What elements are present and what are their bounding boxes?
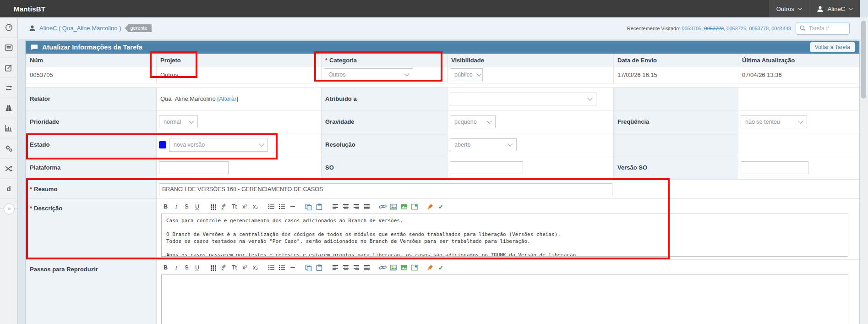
bold-icon[interactable]: B [161,203,170,211]
visibility-select[interactable]: público [450,68,483,81]
copy-icon[interactable] [304,203,313,211]
priority-select[interactable]: normal [159,115,198,128]
sidebar-collapse-button[interactable] [4,203,15,214]
gallery-icon[interactable] [410,203,419,211]
current-user-link[interactable]: AlineC ( Qua_Aline.Marcolino ) [39,25,121,32]
italic-icon[interactable]: I [172,264,180,272]
sidebar-item-docs[interactable] [0,179,17,199]
resize-handle[interactable] [500,252,511,256]
link-icon[interactable] [378,203,387,211]
issue-search[interactable] [796,22,850,35]
recent-issue-link[interactable]: 0044448 [771,26,791,31]
sidebar-item-switch-project[interactable] [0,159,17,179]
severity-select[interactable]: pequeno [450,115,496,128]
spellcheck-icon[interactable] [437,264,445,272]
column-header-last-updated: Última Atualização [738,54,860,66]
clean-format-icon[interactable] [426,203,435,211]
back-to-issue-button[interactable]: Voltar à Tarefa [810,42,855,52]
sidebar-item-roadmap[interactable] [0,98,17,118]
image-icon[interactable] [389,264,398,272]
frequency-select[interactable]: não se tentou [741,115,807,128]
platform-input[interactable] [159,161,229,174]
project-menu-label: Outros [776,5,794,12]
sidebar-item-changelog[interactable] [0,78,17,98]
gallery-icon[interactable] [410,264,419,272]
project-menu-button[interactable]: Outros [769,0,809,17]
recent-issue-link[interactable]: 0053705 [682,26,701,31]
recent-issue-link[interactable]: 0053778 [749,26,769,31]
unordered-list-icon[interactable] [267,203,276,211]
sidebar-item-dashboard[interactable] [0,17,17,38]
align-center-icon[interactable] [341,264,350,272]
status-select[interactable]: nova versão [169,138,268,152]
table-grid-icon[interactable] [209,264,218,272]
app-logo[interactable]: MantisBT [0,5,45,13]
align-justify-icon[interactable] [362,203,371,211]
font-size-icon[interactable]: Tt [230,203,239,211]
align-left-icon[interactable] [331,203,339,211]
dashboard-icon [5,23,13,32]
sidebar-item-summary[interactable] [0,118,17,138]
recently-visited-label: Recentemente Visitado: [627,26,681,31]
subscript-icon[interactable]: x₂ [251,203,260,211]
column-header-project: Projeto [157,54,322,66]
highlight-icon[interactable] [219,264,228,272]
hr-icon[interactable] [288,203,297,211]
align-left-icon[interactable] [331,264,339,272]
frequency-label: Freqüência [614,110,738,133]
paste-icon[interactable] [315,203,323,211]
hr-icon[interactable] [288,264,297,272]
steps-textarea[interactable] [161,275,848,324]
italic-icon[interactable]: I [172,203,180,211]
vertical-scrollbar[interactable] [860,17,868,324]
category-select[interactable]: Outros [324,68,413,81]
align-right-icon[interactable] [352,203,360,211]
search-icon [800,25,805,31]
underline-icon[interactable]: U [193,264,202,272]
user-icon [29,25,36,32]
superscript-icon[interactable]: x² [240,203,249,211]
unordered-list-icon[interactable] [267,264,276,272]
issue-search-input[interactable] [808,25,846,32]
assigned-to-select[interactable] [450,93,596,105]
ordered-list-icon[interactable] [278,264,286,272]
table-grid-icon[interactable] [209,203,218,211]
os-input[interactable] [450,161,523,174]
superscript-icon[interactable]: x² [240,264,249,272]
highlight-icon[interactable] [219,203,228,211]
subscript-icon[interactable]: x₂ [251,264,260,272]
user-menu-button[interactable]: AlineC [809,0,860,17]
clean-format-icon[interactable] [426,264,435,272]
scrollbar-thumb[interactable] [861,21,866,99]
empty-label-cell [614,133,738,156]
issues-list-icon [5,44,13,52]
chevron-down-icon [259,141,264,146]
recent-issue-link[interactable]: 0053725 [726,26,746,31]
recently-visited: Recentemente Visitado: 0053705, 0053723,… [627,26,791,31]
os-version-input[interactable] [741,161,808,174]
copy-icon[interactable] [304,264,313,272]
resolution-select[interactable]: aberto [450,138,517,151]
summary-input[interactable] [159,183,612,195]
paste-icon[interactable] [315,264,323,272]
font-size-icon[interactable]: Tt [230,264,239,272]
spellcheck-icon[interactable] [437,203,445,211]
upload-image-icon[interactable] [399,203,408,211]
image-icon[interactable] [389,203,398,211]
description-textarea[interactable]: Caso para controle e gerenciamento dos c… [161,214,848,257]
sidebar-item-manage[interactable] [0,138,17,159]
ordered-list-icon[interactable] [278,203,286,211]
sidebar-item-report-issue[interactable] [0,58,17,78]
align-center-icon[interactable] [341,203,350,211]
underline-icon[interactable]: U [193,203,202,211]
sidebar-item-view-issues[interactable] [0,38,17,58]
change-reporter-link[interactable]: Alterar [219,95,236,102]
strikethrough-icon[interactable]: S [182,264,191,272]
bold-icon[interactable]: B [161,264,170,272]
align-right-icon[interactable] [352,264,360,272]
align-justify-icon[interactable] [362,264,371,272]
upload-image-icon[interactable] [399,264,408,272]
link-icon[interactable] [378,264,387,272]
recent-issue-link[interactable]: 0053723 [704,26,724,31]
strikethrough-icon[interactable]: S [182,203,191,211]
